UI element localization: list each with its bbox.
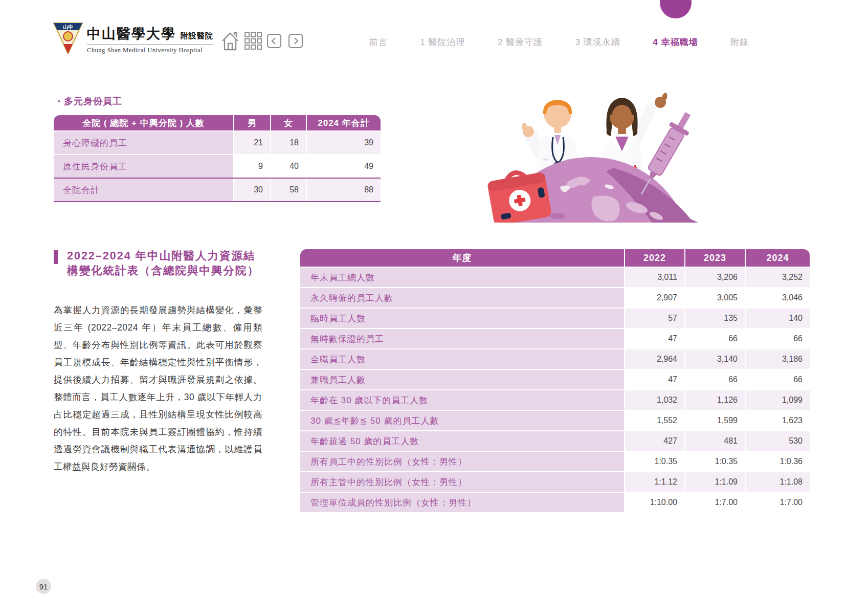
value-cell: 66 <box>685 370 745 389</box>
diverse-staff-table: 全院 ( 總院 + 中興分院 ) 人數 男 女 2024 年合計 身心障礙的員工… <box>54 115 381 202</box>
doctors-globe-illustration <box>483 82 698 225</box>
table-row: 所有主管中的性別比例（女性：男性） 1:1.12 1:1.09 1:1.08 <box>300 472 810 492</box>
value-cell: 66 <box>746 370 810 389</box>
value-cell: 18 <box>271 131 306 154</box>
value-cell: 530 <box>746 431 810 451</box>
column-header: 全院 ( 總院 + 中興分院 ) 人數 <box>54 115 233 130</box>
value-cell: 3,046 <box>746 288 810 308</box>
value-cell: 49 <box>307 155 381 178</box>
table-bottom-line <box>54 201 381 202</box>
value-cell: 1,032 <box>625 390 684 410</box>
table-row: 所有員工中的性別比例（女性：男性） 1:0.35 1:0.35 1:0.36 <box>300 452 810 471</box>
chapter-nav: 前言 1 醫院治理 2 醫療守護 3 環境永續 4 幸福職場 附錄 <box>369 36 749 48</box>
diverse-staff-title: ・多元身份員工 <box>54 95 122 107</box>
table-row: 無時數保證的員工 47 66 66 <box>300 329 810 348</box>
page-prev-icon[interactable] <box>267 34 281 50</box>
value-cell: 30 <box>234 179 270 201</box>
column-header: 2022 <box>625 249 684 267</box>
first-aid-kit-icon <box>486 168 552 223</box>
column-header: 2023 <box>685 249 745 267</box>
page-number-badge: 91 <box>36 579 51 594</box>
value-cell: 3,005 <box>685 288 745 308</box>
row-label: 臨時員工人數 <box>300 309 624 328</box>
row-label: 年齡超過 50 歲的員工人數 <box>300 431 624 451</box>
value-cell: 47 <box>625 370 684 389</box>
nav-item-happy-workplace[interactable]: 4 幸福職場 <box>653 36 698 48</box>
value-cell: 1,599 <box>685 411 745 430</box>
value-cell: 40 <box>271 155 306 178</box>
value-cell: 39 <box>307 131 381 154</box>
table-row: 臨時員工人數 57 135 140 <box>300 309 810 328</box>
table-row: 原住民身份員工 9 40 49 <box>54 155 381 178</box>
value-cell: 1:0.35 <box>625 452 684 471</box>
value-cell: 1:1.12 <box>625 472 684 492</box>
nav-item-environment[interactable]: 3 環境永續 <box>575 36 620 48</box>
column-header: 女 <box>271 115 306 130</box>
table-row: 身心障礙的員工 21 18 39 <box>54 131 381 154</box>
value-cell: 3,206 <box>685 268 745 287</box>
hr-heading-text: 2022–2024 年中山附醫人力資源結構變化統計表（含總院與中興分院） <box>67 249 263 278</box>
value-cell: 2,964 <box>625 349 684 369</box>
value-cell: 3,186 <box>746 349 810 369</box>
page-next-icon[interactable] <box>288 34 303 50</box>
row-label: 所有員工中的性別比例（女性：男性） <box>300 452 624 471</box>
nav-item-foreword[interactable]: 前言 <box>369 36 388 48</box>
column-header: 男 <box>234 115 270 130</box>
table-row: 年齡超過 50 歲的員工人數 427 481 530 <box>300 431 810 451</box>
row-label: 年末員工總人數 <box>300 268 624 287</box>
value-cell: 88 <box>307 179 381 201</box>
row-label: 無時數保證的員工 <box>300 329 624 348</box>
nav-item-appendix[interactable]: 附錄 <box>730 36 749 48</box>
row-label: 永久聘僱的員工人數 <box>300 288 624 308</box>
value-cell: 1:7.00 <box>746 493 810 512</box>
table-row: 30 歲≦年齡≦ 50 歲的員工人數 1,552 1,599 1,623 <box>300 411 810 430</box>
row-label: 年齡在 30 歲以下的員工人數 <box>300 390 624 410</box>
heading-accent-bar <box>54 250 58 264</box>
row-label: 原住民身份員工 <box>54 155 233 178</box>
value-cell: 1,099 <box>746 390 810 410</box>
table-row: 年末員工總人數 3,011 3,206 3,252 <box>300 268 810 287</box>
hr-section-heading: 2022–2024 年中山附醫人力資源結構變化統計表（含總院與中興分院） <box>54 249 263 278</box>
corner-decoration-circle <box>660 0 692 18</box>
value-cell: 2,907 <box>625 288 684 308</box>
value-cell: 3,011 <box>625 268 684 287</box>
hospital-logo-badge: 山中 <box>53 23 83 56</box>
table-header-row: 全院 ( 總院 + 中興分院 ) 人數 男 女 2024 年合計 <box>54 115 381 130</box>
table-row: 兼職員工人數 47 66 66 <box>300 370 810 389</box>
value-cell: 47 <box>625 329 684 348</box>
hr-stats-table: 年度 2022 2023 2024 年末員工總人數 3,011 3,206 3,… <box>300 249 810 512</box>
table-row: 全職員工人數 2,964 3,140 3,186 <box>300 349 810 369</box>
column-header: 年度 <box>300 249 624 267</box>
value-cell: 1:7.00 <box>685 493 745 512</box>
row-label: 30 歲≦年齡≦ 50 歲的員工人數 <box>300 411 624 430</box>
hospital-logo-text: 中山醫學大學 附設醫院 Chung Shan Medical Universit… <box>87 25 213 54</box>
hr-paragraph: 為掌握人力資源的長期發展趨勢與結構變化，彙整近三年 (2022–2024 年）年… <box>54 301 262 475</box>
table-row: 管理單位成員的性別比例（女性：男性） 1:10.00 1:7.00 1:7.00 <box>300 493 810 512</box>
nav-item-governance[interactable]: 1 醫院治理 <box>420 36 465 48</box>
grid-icon[interactable] <box>244 32 262 52</box>
column-header: 2024 年合計 <box>307 115 381 130</box>
value-cell: 3,252 <box>746 268 810 287</box>
pennant-shield-icon: 山中 <box>53 23 83 54</box>
hospital-name-zh: 中山醫學大學 附設醫院 <box>87 25 213 43</box>
value-cell: 481 <box>685 431 745 451</box>
value-cell: 1,126 <box>685 390 745 410</box>
value-cell: 1:1.08 <box>746 472 810 492</box>
table-row-total: 全院合計 30 58 88 <box>54 179 381 201</box>
table-row: 永久聘僱的員工人數 2,907 3,005 3,046 <box>300 288 810 308</box>
value-cell: 9 <box>234 155 270 178</box>
value-cell: 21 <box>234 131 270 154</box>
value-cell: 3,140 <box>685 349 745 369</box>
value-cell: 1:10.00 <box>625 493 684 512</box>
nav-item-medical-care[interactable]: 2 醫療守護 <box>498 36 543 48</box>
svg-text:山中: 山中 <box>63 24 73 30</box>
hospital-name-en: Chung Shan Medical University Hospital <box>87 45 213 54</box>
value-cell: 58 <box>271 179 306 201</box>
value-cell: 135 <box>685 309 745 328</box>
row-label: 所有主管中的性別比例（女性：男性） <box>300 472 624 492</box>
value-cell: 1:1.09 <box>685 472 745 492</box>
table-row: 年齡在 30 歲以下的員工人數 1,032 1,126 1,099 <box>300 390 810 410</box>
row-label: 全院合計 <box>54 179 233 201</box>
value-cell: 140 <box>746 309 810 328</box>
home-icon[interactable] <box>221 31 239 53</box>
